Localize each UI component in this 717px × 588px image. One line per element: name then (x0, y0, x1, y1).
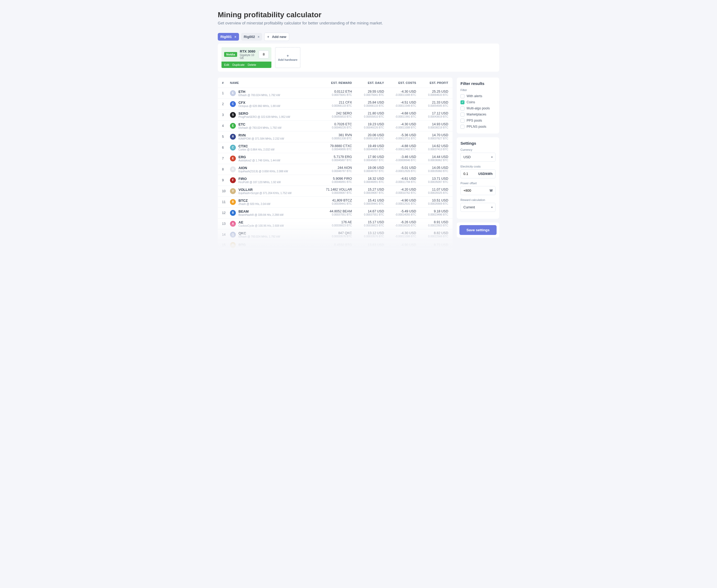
add-hardware-button[interactable]: + Add hardware (275, 47, 300, 68)
checkbox[interactable] (460, 106, 465, 110)
save-settings-button[interactable]: Save settings (459, 225, 497, 235)
value-sub: -0.00011008 BTC (384, 126, 416, 129)
table-row[interactable]: 8AAIONEquihash(210,9) @ 3.658 KH/s, 2.08… (218, 164, 452, 175)
value-cell-profit: 11.07 USD0.00028325 BTC (416, 188, 448, 194)
coin-symbol: VOLLAR (239, 188, 292, 192)
value-sub: -0.00011794 BTC (384, 181, 416, 184)
rig-label: Rig002 (244, 35, 255, 39)
value-cell-costs: -4.30 USD-0.00011008 BTC (384, 90, 416, 97)
checkbox[interactable] (460, 125, 465, 129)
row-index: 14 (222, 233, 230, 236)
filter-option-label: Multi-algo pools (467, 106, 490, 110)
settings-title: Settings (460, 141, 495, 145)
add-rig-button[interactable]: + Add new (264, 33, 289, 41)
table-row[interactable]: 13AAECuckooCycle @ 100.96 H/s, 2.608 kW1… (218, 218, 452, 229)
table-row[interactable]: 14QQKCEthash @ 783.024 MH/s, 1.792 kW847… (218, 229, 452, 240)
rig-chip[interactable]: Rig002× (241, 33, 262, 41)
value-main: 381 RVN (313, 133, 352, 137)
value-sub: -0.00011008 BTC (384, 235, 416, 238)
value-cell-costs: -5.01 USD-0.00012826 BTC (384, 166, 416, 172)
rig-chip[interactable]: Rig001× (218, 33, 239, 41)
close-icon[interactable]: × (258, 35, 260, 39)
checkbox[interactable] (460, 94, 465, 98)
table-row[interactable]: 3SSEROProgPowSERO @ 322.639 MH/s, 1.952 … (218, 109, 452, 120)
hardware-qty-input[interactable] (259, 50, 269, 58)
filter-option[interactable]: Coins (460, 99, 495, 105)
coin-algo: Equihash+Scrypt @ 371.204 KH/s, 1.752 kW (239, 192, 292, 194)
value-sub: 0.00035097 BTC (416, 181, 448, 184)
table-row[interactable]: 10VVOLLAREquihash+Scrypt @ 371.204 KH/s,… (218, 186, 452, 196)
add-hardware-label: Add hardware (278, 58, 298, 61)
row-index: 10 (222, 189, 230, 193)
value-main: 20.06 USD (352, 133, 384, 137)
value-sub: 0.00022568 BTC (416, 235, 448, 238)
row-index: 11 (222, 200, 230, 204)
hardware-duplicate-button[interactable]: Duplicate (232, 63, 245, 66)
checkbox[interactable] (460, 100, 465, 104)
value-cell-reward: 242 SERO0.00055810 BTC (313, 111, 352, 118)
value-main: 176 AE (313, 220, 352, 224)
hardware-variant: Gigabyte 10 GB (240, 54, 256, 60)
value-main: 11.07 USD (416, 188, 448, 191)
filter-option[interactable]: Marketplaces (460, 111, 495, 118)
hardware-card: Nvidia RTX 3080 Gigabyte 10 GB Edit Dupl… (222, 47, 271, 68)
value-cell-daily: 19.49 USD0.00049895 BTC (352, 144, 384, 151)
table-row[interactable]: 6CCTXCCortex @ 0.864 H/s, 2.032 kW79.888… (218, 142, 452, 153)
value-cell-profit: 10.51 USD0.00026909 BTC (416, 198, 448, 205)
currency-label: Currency (460, 148, 495, 151)
value-main: 17.90 USD (352, 155, 384, 159)
value-cell-reward: 5.7179 ERG0.00045807 BTC (313, 155, 352, 162)
filter-option[interactable]: PPS pools (460, 118, 495, 124)
value-sub: -0.00016020 BTC (384, 224, 416, 227)
table-row[interactable]: 9FFIROFiroPoW @ 337.120 MH/s, 1.92 kW5.9… (218, 175, 452, 186)
value-main: -3.46 USD (384, 155, 416, 159)
table-row[interactable]: 15BBTG0.4550 BTG13.63 USD-4.90 USD8.72 U… (218, 240, 452, 250)
coin-algo: Equihash(210,9) @ 3.658 KH/s, 2.088 kW (239, 170, 288, 173)
checkbox[interactable] (460, 119, 465, 123)
table-row[interactable]: 12BBEAMBeamHashIII @ 339.84 H/s, 2.288 k… (218, 207, 452, 218)
filter-option[interactable]: With alerts (460, 93, 495, 99)
value-cell-costs: -4.30 USD-0.00011008 BTC (384, 122, 416, 129)
hardware-delete-button[interactable]: Delete (248, 63, 256, 66)
reward-calc-select[interactable]: Current ▾ (460, 203, 495, 212)
value-main: 9.18 USD (416, 209, 448, 213)
coin-symbol: AION (239, 166, 288, 170)
col-profit: EST. PROFIT (416, 81, 448, 84)
value-main: 211 CFX (313, 101, 352, 104)
table-row[interactable]: 2CCFXOctopus @ 628.960 MH/s, 1.88 kW211 … (218, 99, 452, 109)
hardware-edit-button[interactable]: Edit (224, 63, 229, 66)
table-row[interactable]: 7EERGAutolykos2 @ 1.748 GH/s, 1.44 kW5.7… (218, 153, 452, 164)
currency-select[interactable]: USD ▾ (460, 153, 495, 162)
value-sub: -0.00011549 BTC (384, 104, 416, 107)
table-row[interactable]: 4EETCEtchash @ 783.024 MH/s, 1.792 kW0.7… (218, 120, 452, 131)
table-row[interactable]: 1EETHEthash @ 783.024 MH/s, 1.792 kW0.01… (218, 88, 452, 99)
filter-option[interactable]: PPLNS pools (460, 124, 495, 130)
value-cell-reward: 211 CFX0.00066133 BTC (313, 101, 352, 107)
value-sub: 0.00055810 BTC (313, 115, 352, 118)
value-main: 71.1482 VOLLAR (313, 188, 352, 191)
value-main: -4.30 USD (384, 231, 416, 235)
filter-option[interactable]: Multi-algo pools (460, 105, 495, 111)
value-main: 13.12 USD (352, 231, 384, 235)
close-icon[interactable]: × (234, 35, 236, 39)
name-cell: EERGAutolykos2 @ 1.748 GH/s, 1.44 kW (230, 155, 313, 162)
checkbox[interactable] (460, 112, 465, 117)
table-row[interactable]: 5RRVNKAWPOW @ 371.584 MH/s, 2.232 kW381 … (218, 131, 452, 142)
value-sub: 0.00038823 BTC (352, 224, 384, 227)
coin-icon: B (230, 210, 236, 216)
value-cell-costs: -4.90 USD-0.00012531 BTC (384, 198, 416, 205)
value-main: 5.7179 ERG (313, 155, 352, 159)
coin-algo: Zhash @ 920 H/s, 2.04 kW (239, 203, 270, 206)
value-cell-profit: 25.25 USD0.00064633 BTC (416, 90, 448, 97)
value-main: 13.63 USD (352, 243, 384, 247)
value-sub: 0.00028325 BTC (416, 191, 448, 194)
power-offset-input[interactable] (464, 188, 481, 192)
electricity-input[interactable] (464, 172, 478, 176)
table-row[interactable]: 11BBTCZZhash @ 920 H/s, 2.04 kW41,809 BT… (218, 196, 452, 207)
value-cell-reward: 0.4550 BTG (313, 243, 352, 247)
coin-symbol: BTCZ (239, 198, 270, 203)
value-sub: 0.00048787 BTC (352, 170, 384, 172)
value-main: 5.9096 FIRO (313, 177, 352, 181)
value-cell-profit: 8.72 USD (416, 243, 448, 247)
hardware-model: RTX 3080 (240, 49, 256, 54)
